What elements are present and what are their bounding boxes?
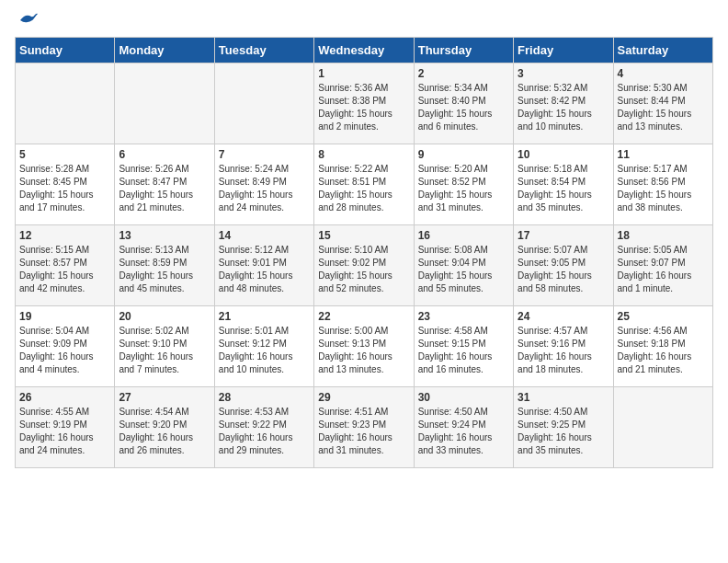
day-info: Sunrise: 5:24 AM Sunset: 8:49 PM Dayligh… [219,163,310,214]
weekday-header-friday: Friday [514,38,613,63]
day-info: Sunrise: 4:51 AM Sunset: 9:23 PM Dayligh… [318,406,409,457]
day-number: 5 [19,148,110,161]
day-number: 22 [318,310,409,323]
day-info: Sunrise: 5:36 AM Sunset: 8:38 PM Dayligh… [318,82,409,133]
calendar-cell: 23Sunrise: 4:58 AM Sunset: 9:15 PM Dayli… [414,306,513,387]
day-number: 24 [518,310,609,323]
weekday-header-tuesday: Tuesday [214,38,313,63]
day-info: Sunrise: 5:10 AM Sunset: 9:02 PM Dayligh… [318,244,409,295]
weekday-header-monday: Monday [115,38,214,63]
day-info: Sunrise: 5:32 AM Sunset: 8:42 PM Dayligh… [518,82,609,133]
calendar-cell: 5Sunrise: 5:28 AM Sunset: 8:45 PM Daylig… [16,144,115,225]
calendar-table: SundayMondayTuesdayWednesdayThursdayFrid… [15,37,713,468]
day-info: Sunrise: 5:30 AM Sunset: 8:44 PM Dayligh… [618,82,709,133]
day-number: 21 [219,310,310,323]
day-info: Sunrise: 4:50 AM Sunset: 9:25 PM Dayligh… [518,406,609,457]
calendar-cell: 8Sunrise: 5:22 AM Sunset: 8:51 PM Daylig… [314,144,414,225]
logo-bird-icon [18,11,39,29]
day-info: Sunrise: 5:34 AM Sunset: 8:40 PM Dayligh… [418,82,509,133]
day-info: Sunrise: 4:55 AM Sunset: 9:19 PM Dayligh… [19,406,110,457]
day-number: 29 [318,391,409,404]
day-info: Sunrise: 5:28 AM Sunset: 8:45 PM Dayligh… [19,163,110,214]
day-info: Sunrise: 4:56 AM Sunset: 9:18 PM Dayligh… [618,325,709,376]
day-info: Sunrise: 5:01 AM Sunset: 9:12 PM Dayligh… [219,325,310,376]
calendar-cell: 3Sunrise: 5:32 AM Sunset: 8:42 PM Daylig… [514,63,613,144]
weekday-header-thursday: Thursday [414,38,513,63]
day-info: Sunrise: 5:26 AM Sunset: 8:47 PM Dayligh… [119,163,210,214]
day-info: Sunrise: 5:20 AM Sunset: 8:52 PM Dayligh… [418,163,509,214]
calendar-week-row: 26Sunrise: 4:55 AM Sunset: 9:19 PM Dayli… [16,387,713,468]
day-number: 1 [318,67,409,80]
calendar-cell: 9Sunrise: 5:20 AM Sunset: 8:52 PM Daylig… [414,144,513,225]
day-number: 26 [19,391,110,404]
calendar-cell: 4Sunrise: 5:30 AM Sunset: 8:44 PM Daylig… [613,63,712,144]
logo [15,15,39,29]
weekday-header-saturday: Saturday [613,38,712,63]
calendar-cell: 13Sunrise: 5:13 AM Sunset: 8:59 PM Dayli… [115,225,214,306]
day-number: 10 [518,148,609,161]
calendar-cell: 17Sunrise: 5:07 AM Sunset: 9:05 PM Dayli… [514,225,613,306]
day-info: Sunrise: 4:57 AM Sunset: 9:16 PM Dayligh… [518,325,609,376]
day-info: Sunrise: 5:00 AM Sunset: 9:13 PM Dayligh… [318,325,409,376]
day-info: Sunrise: 5:17 AM Sunset: 8:56 PM Dayligh… [618,163,709,214]
day-number: 3 [518,67,609,80]
day-info: Sunrise: 4:50 AM Sunset: 9:24 PM Dayligh… [418,406,509,457]
calendar-week-row: 1Sunrise: 5:36 AM Sunset: 8:38 PM Daylig… [16,63,713,144]
calendar-cell: 19Sunrise: 5:04 AM Sunset: 9:09 PM Dayli… [16,306,115,387]
calendar-week-row: 12Sunrise: 5:15 AM Sunset: 8:57 PM Dayli… [16,225,713,306]
day-number: 8 [318,148,409,161]
calendar-cell [115,63,214,144]
calendar-cell: 1Sunrise: 5:36 AM Sunset: 8:38 PM Daylig… [314,63,414,144]
calendar-cell: 29Sunrise: 4:51 AM Sunset: 9:23 PM Dayli… [314,387,414,468]
day-number: 15 [318,229,409,242]
calendar-cell: 16Sunrise: 5:08 AM Sunset: 9:04 PM Dayli… [414,225,513,306]
calendar-cell: 31Sunrise: 4:50 AM Sunset: 9:25 PM Dayli… [514,387,613,468]
calendar-cell: 15Sunrise: 5:10 AM Sunset: 9:02 PM Dayli… [314,225,414,306]
day-info: Sunrise: 5:02 AM Sunset: 9:10 PM Dayligh… [119,325,210,376]
day-number: 11 [618,148,709,161]
calendar-week-row: 19Sunrise: 5:04 AM Sunset: 9:09 PM Dayli… [16,306,713,387]
calendar-cell: 25Sunrise: 4:56 AM Sunset: 9:18 PM Dayli… [613,306,712,387]
calendar-cell [214,63,313,144]
weekday-header-wednesday: Wednesday [314,38,414,63]
page-header [15,15,713,29]
day-number: 31 [518,391,609,404]
day-number: 2 [418,67,509,80]
day-info: Sunrise: 5:07 AM Sunset: 9:05 PM Dayligh… [518,244,609,295]
day-number: 7 [219,148,310,161]
calendar-cell [16,63,115,144]
day-info: Sunrise: 5:18 AM Sunset: 8:54 PM Dayligh… [518,163,609,214]
day-info: Sunrise: 5:05 AM Sunset: 9:07 PM Dayligh… [618,244,709,295]
calendar-cell: 6Sunrise: 5:26 AM Sunset: 8:47 PM Daylig… [115,144,214,225]
day-number: 19 [19,310,110,323]
day-number: 12 [19,229,110,242]
calendar-header: SundayMondayTuesdayWednesdayThursdayFrid… [16,38,713,63]
day-info: Sunrise: 5:12 AM Sunset: 9:01 PM Dayligh… [219,244,310,295]
day-info: Sunrise: 4:54 AM Sunset: 9:20 PM Dayligh… [119,406,210,457]
calendar-cell: 20Sunrise: 5:02 AM Sunset: 9:10 PM Dayli… [115,306,214,387]
calendar-cell: 24Sunrise: 4:57 AM Sunset: 9:16 PM Dayli… [514,306,613,387]
calendar-cell: 10Sunrise: 5:18 AM Sunset: 8:54 PM Dayli… [514,144,613,225]
weekday-header-row: SundayMondayTuesdayWednesdayThursdayFrid… [16,38,713,63]
calendar-cell: 2Sunrise: 5:34 AM Sunset: 8:40 PM Daylig… [414,63,513,144]
calendar-cell: 28Sunrise: 4:53 AM Sunset: 9:22 PM Dayli… [214,387,313,468]
day-number: 23 [418,310,509,323]
day-info: Sunrise: 5:04 AM Sunset: 9:09 PM Dayligh… [19,325,110,376]
day-info: Sunrise: 5:08 AM Sunset: 9:04 PM Dayligh… [418,244,509,295]
calendar-body: 1Sunrise: 5:36 AM Sunset: 8:38 PM Daylig… [16,63,713,468]
calendar-cell: 26Sunrise: 4:55 AM Sunset: 9:19 PM Dayli… [16,387,115,468]
calendar-cell: 7Sunrise: 5:24 AM Sunset: 8:49 PM Daylig… [214,144,313,225]
day-number: 9 [418,148,509,161]
day-number: 27 [119,391,210,404]
day-number: 16 [418,229,509,242]
calendar-cell: 12Sunrise: 5:15 AM Sunset: 8:57 PM Dayli… [16,225,115,306]
day-info: Sunrise: 4:53 AM Sunset: 9:22 PM Dayligh… [219,406,310,457]
calendar-cell: 11Sunrise: 5:17 AM Sunset: 8:56 PM Dayli… [613,144,712,225]
calendar-week-row: 5Sunrise: 5:28 AM Sunset: 8:45 PM Daylig… [16,144,713,225]
calendar-cell: 18Sunrise: 5:05 AM Sunset: 9:07 PM Dayli… [613,225,712,306]
day-number: 13 [119,229,210,242]
day-number: 28 [219,391,310,404]
calendar-cell: 30Sunrise: 4:50 AM Sunset: 9:24 PM Dayli… [414,387,513,468]
calendar-cell [613,387,712,468]
day-info: Sunrise: 5:15 AM Sunset: 8:57 PM Dayligh… [19,244,110,295]
